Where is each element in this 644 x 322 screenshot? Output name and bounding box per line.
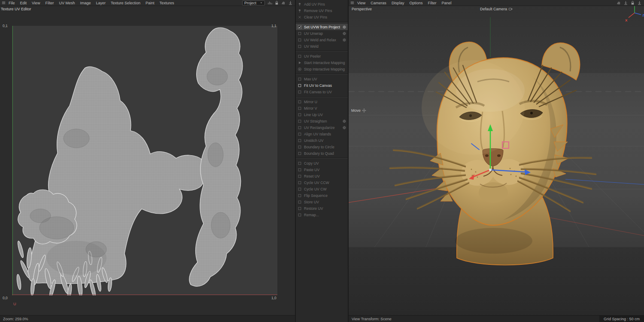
gear-icon[interactable] bbox=[342, 25, 346, 29]
uv-editor-title: Texture UV Editor bbox=[1, 7, 31, 11]
cmd-item-uv-straighten[interactable]: UV Straighten bbox=[296, 118, 348, 124]
uv-coord-top-left: 0,1 bbox=[3, 24, 8, 28]
uv-canvas[interactable] bbox=[12, 26, 277, 295]
chart-icon[interactable] bbox=[267, 0, 272, 5]
lock-icon[interactable] bbox=[630, 0, 635, 5]
cmd-item-boundary-to-quad[interactable]: Boundary to Quad bbox=[296, 150, 348, 156]
cmd-item-uv-rectangularize[interactable]: UV Rectangularize bbox=[296, 124, 348, 131]
uv-islands[interactable] bbox=[12, 26, 277, 295]
cmd-item-mirror-u[interactable]: Mirror U bbox=[296, 98, 348, 105]
uv-menu-edit[interactable]: Edit bbox=[18, 1, 30, 5]
cmd-item-store-uv[interactable]: Store UV bbox=[296, 199, 348, 205]
vp-menu-display[interactable]: Display bbox=[389, 1, 407, 5]
cmd-item-label: UV Weld and Relax bbox=[304, 38, 340, 42]
uv-menu-file[interactable]: File bbox=[6, 1, 18, 5]
cmd-item-stop-interactive-mapping[interactable]: Stop Interactive Mapping bbox=[296, 66, 348, 72]
x-axis-line bbox=[349, 188, 438, 202]
cmd-item-align-uv-islands[interactable]: Align UV Islands bbox=[296, 131, 348, 137]
cmd-item-cycle-uv-ccw[interactable]: Cycle UV CCW bbox=[296, 179, 348, 186]
move-icon bbox=[362, 108, 366, 113]
viewport-menu: ViewCamerasDisplayOptionsFilterPanel bbox=[355, 1, 454, 5]
pin-icon bbox=[298, 9, 302, 13]
square-icon bbox=[298, 193, 302, 198]
separator bbox=[296, 96, 348, 97]
vp-menu-cameras[interactable]: Cameras bbox=[368, 1, 389, 5]
separator bbox=[296, 74, 348, 74]
gear-icon[interactable] bbox=[342, 38, 346, 42]
cmd-item-flip-sequence[interactable]: Flip Sequence bbox=[296, 192, 348, 199]
cmd-item-label: UV Unwrap bbox=[304, 31, 340, 36]
square-icon bbox=[298, 187, 302, 191]
cmd-item-uv-peeler[interactable]: UV Peeler bbox=[296, 53, 348, 59]
uv-menu-uv-mesh[interactable]: UV Mesh bbox=[56, 1, 77, 5]
uv-menu-image[interactable]: Image bbox=[77, 1, 93, 5]
uv-menu-textures[interactable]: Textures bbox=[157, 1, 177, 5]
cmd-item-copy-uv[interactable]: Copy UV bbox=[296, 160, 348, 166]
cmd-item-label: Align UV Islands bbox=[304, 132, 346, 136]
uv-menu-layer[interactable]: Layer bbox=[93, 1, 108, 5]
cmd-item-boundary-to-circle[interactable]: Boundary to Circle bbox=[296, 144, 348, 150]
cmd-item-uv-unwrap[interactable]: UV Unwrap bbox=[296, 30, 348, 37]
cmd-item-add-uv-pins[interactable]: Add UV Pins bbox=[296, 1, 348, 7]
square-icon bbox=[298, 206, 302, 211]
cmd-item-clear-uv-pins[interactable]: Clear UV Pins bbox=[296, 14, 348, 20]
cmd-item-max-uv[interactable]: Max UV bbox=[296, 76, 348, 82]
cmd-item-reset-uv[interactable]: Reset UV bbox=[296, 173, 348, 179]
uv-menubar-icons bbox=[267, 0, 293, 5]
cmd-item-label: Remap... bbox=[304, 213, 346, 217]
uv-menu-paint[interactable]: Paint bbox=[143, 1, 157, 5]
lock-icon[interactable] bbox=[274, 0, 279, 5]
vp-menu-options[interactable]: Options bbox=[407, 1, 425, 5]
square-icon bbox=[298, 54, 302, 58]
cmd-item-mirror-v[interactable]: Mirror V bbox=[296, 105, 348, 111]
square-icon bbox=[298, 38, 302, 42]
vp-menu-panel[interactable]: Panel bbox=[439, 1, 454, 5]
cmd-item-remap[interactable]: Remap... bbox=[296, 212, 348, 218]
uv-menu-view[interactable]: View bbox=[29, 1, 43, 5]
hand-icon[interactable] bbox=[281, 0, 286, 5]
cmd-item-label: UV Peeler bbox=[304, 54, 346, 58]
cmd-item-restore-uv[interactable]: Restore UV bbox=[296, 205, 348, 212]
cmd-item-start-interactive-mapping[interactable]: Start Interactive Mapping bbox=[296, 59, 348, 66]
uv-menu-filter[interactable]: Filter bbox=[43, 1, 56, 5]
cmd-item-unstitch-uv[interactable]: Unstitch UV bbox=[296, 137, 348, 144]
cmd-item-label: Max UV bbox=[304, 77, 346, 81]
cmd-item-cycle-uv-cw[interactable]: Cycle UV CW bbox=[296, 186, 348, 192]
cmd-item-label: Remove UV Pins bbox=[304, 9, 346, 13]
project-select-value: Project bbox=[244, 1, 256, 5]
vp-menu-filter[interactable]: Filter bbox=[425, 1, 439, 5]
viewport-scene[interactable]: Y X Z bbox=[349, 0, 644, 315]
panel-menu-icon[interactable] bbox=[350, 0, 355, 5]
download-icon[interactable] bbox=[623, 0, 628, 5]
panel-menu-icon[interactable] bbox=[1, 0, 6, 5]
gear-icon[interactable] bbox=[342, 31, 346, 36]
cmd-item-label: Set UVW from Projection bbox=[304, 25, 340, 29]
cmd-item-label: Copy UV bbox=[304, 161, 346, 166]
download-icon[interactable] bbox=[288, 0, 293, 5]
square-icon bbox=[298, 145, 302, 149]
gear-icon[interactable] bbox=[342, 126, 346, 130]
cmd-item-remove-uv-pins[interactable]: Remove UV Pins bbox=[296, 7, 348, 14]
cmd-item-uv-weld-and-relax[interactable]: UV Weld and Relax bbox=[296, 37, 348, 43]
cmd-item-set-uvw-from-projection[interactable]: Set UVW from Projection bbox=[296, 24, 348, 30]
vp-menu-view[interactable]: View bbox=[355, 1, 368, 5]
download-icon[interactable] bbox=[637, 0, 642, 5]
square-icon bbox=[298, 44, 302, 49]
project-select[interactable]: Project bbox=[242, 0, 265, 6]
uv-editor-menubar: FileEditViewFilterUV MeshImageLayerTextu… bbox=[0, 0, 295, 6]
viewport-menubar-icons bbox=[617, 0, 642, 5]
viewport-3d[interactable]: Y X Z ViewCamerasDisplayOptionsFilterPan… bbox=[349, 0, 644, 322]
cmd-item-fit-uv-to-canvas[interactable]: Fit UV to Canvas bbox=[296, 82, 348, 89]
separator bbox=[296, 158, 348, 159]
gear-icon[interactable] bbox=[342, 119, 346, 123]
cmd-item-fit-canvas-to-uv[interactable]: Fit Canvas to UV bbox=[296, 89, 348, 95]
cmd-item-line-up-uv[interactable]: Line Up UV bbox=[296, 111, 348, 118]
cmd-item-paste-uv[interactable]: Paste UV bbox=[296, 166, 348, 173]
play-icon bbox=[298, 61, 302, 65]
cmd-item-uv-weld[interactable]: UV Weld bbox=[296, 43, 348, 49]
uv-menu-texture-selection[interactable]: Texture Selection bbox=[108, 1, 143, 5]
viewport-menubar: ViewCamerasDisplayOptionsFilterPanel bbox=[349, 0, 644, 6]
square-icon bbox=[298, 113, 302, 117]
cmd-item-label: Store UV bbox=[304, 200, 346, 204]
hand-icon[interactable] bbox=[617, 0, 621, 5]
